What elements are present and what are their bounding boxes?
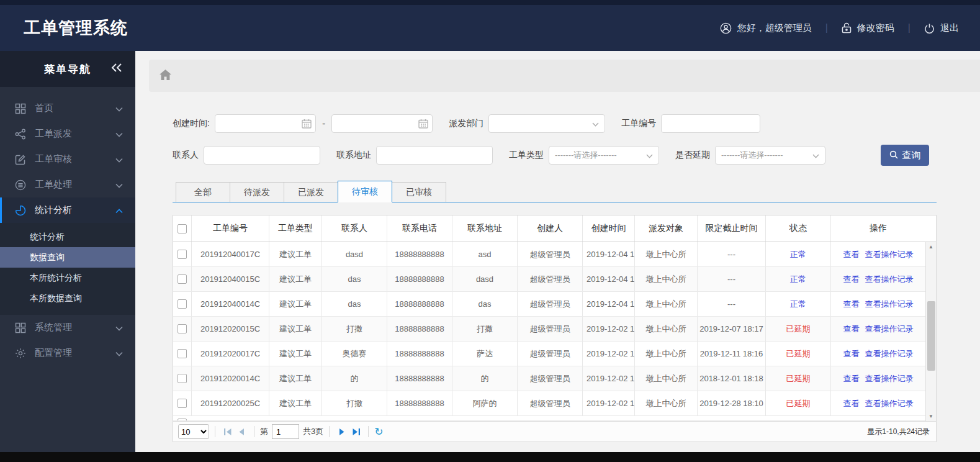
create-time-start-field (215, 114, 316, 133)
tab-to-review[interactable]: 待审核 (338, 181, 392, 202)
address-cell: asd (452, 242, 518, 266)
order-type-select[interactable]: -------请选择------- (549, 146, 659, 165)
order-type-cell: 建议工单 (269, 292, 322, 316)
contact-cell: das (322, 292, 387, 316)
tab-all[interactable]: 全部 (176, 182, 230, 202)
sidebar-item-review[interactable]: 工单审核 (0, 147, 135, 172)
prev-page-button[interactable] (235, 425, 248, 438)
next-page-button[interactable] (335, 425, 349, 438)
row-checkbox[interactable] (178, 274, 187, 284)
order-type-cell: 建议工单 (269, 342, 322, 366)
row-checkbox[interactable] (178, 349, 187, 358)
scrollbar-thumb[interactable] (927, 301, 935, 371)
view-link[interactable]: 查看 (843, 373, 860, 384)
logout-button[interactable]: 退出 (924, 22, 959, 34)
view-link[interactable]: 查看 (843, 324, 860, 335)
phone-cell: 18888888888 (387, 391, 452, 415)
row-checkbox[interactable] (178, 250, 187, 259)
chevron-down-icon (115, 179, 123, 190)
phone-cell: 18888888888 (387, 366, 452, 391)
col-order-no: 工单编号 (192, 215, 269, 242)
page-size-select[interactable]: 10 (178, 424, 209, 439)
table-scrollbar[interactable]: ▲ ▼ (925, 242, 936, 421)
tab-to-dispatch[interactable]: 待派发 (230, 182, 284, 202)
clipped-row (173, 416, 925, 421)
view-link[interactable]: 查看 (843, 398, 860, 409)
calendar-icon[interactable] (302, 119, 312, 131)
chevron-down-icon (115, 348, 123, 358)
sidebar-item-system[interactable]: 系统管理 (0, 315, 135, 340)
refresh-icon[interactable]: ↻ (374, 427, 383, 437)
delay-select[interactable]: -------请选择------- (715, 146, 825, 165)
phone-cell: 18888888888 (387, 342, 452, 366)
create-time-end-input[interactable] (331, 114, 433, 133)
chevron-down-icon (592, 119, 599, 129)
view-link[interactable]: 查看 (843, 299, 860, 310)
sidebar-item-stat-analysis[interactable]: 统计分析 (0, 227, 135, 247)
table-header: 工单编号 工单类型 联系人 联系电话 联系地址 创建人 创建时间 派发对象 限定… (173, 215, 936, 242)
contact-input[interactable] (204, 146, 320, 165)
order-type-cell: 建议工单 (269, 242, 322, 266)
sidebar-item-config[interactable]: 配置管理 (0, 340, 135, 366)
phone-cell: 18888888888 (387, 242, 452, 266)
view-log-link[interactable]: 查看操作记录 (865, 299, 914, 310)
share-icon (15, 129, 27, 140)
target-cell: 墩上中心所 (635, 242, 698, 266)
address-input[interactable] (376, 146, 493, 165)
order-type-label: 工单类型 (509, 150, 544, 161)
col-actions: 操作 (831, 215, 925, 242)
address-cell: 打撒 (452, 317, 518, 341)
scroll-down-icon[interactable]: ▼ (926, 412, 936, 421)
table-row: 201912020015C 建议工单 打撒 18888888888 打撒 超级管… (173, 317, 925, 342)
select-all-checkbox[interactable] (178, 224, 187, 233)
table-body: 201912040017C 建议工单 dasd 18888888888 asd … (173, 242, 925, 416)
view-link[interactable]: 查看 (843, 249, 860, 260)
sidebar-item-data-query[interactable]: 数据查询 (0, 247, 135, 268)
row-checkbox[interactable] (178, 324, 187, 333)
sidebar-item-local-stat-analysis[interactable]: 本所统计分析 (0, 268, 135, 288)
view-log-link[interactable]: 查看操作记录 (865, 373, 914, 384)
row-checkbox[interactable] (178, 299, 187, 309)
view-link[interactable]: 查看 (843, 348, 860, 360)
order-no-input[interactable] (661, 114, 760, 133)
search-button[interactable]: 查询 (881, 145, 929, 166)
view-log-link[interactable]: 查看操作记录 (865, 249, 914, 260)
view-log-link[interactable]: 查看操作记录 (865, 274, 914, 285)
view-log-link[interactable]: 查看操作记录 (865, 398, 914, 409)
view-link[interactable]: 查看 (843, 274, 860, 285)
view-log-link[interactable]: 查看操作记录 (865, 348, 914, 360)
row-checkbox[interactable] (178, 399, 187, 408)
table-row: 201912020025C 建议工单 打撒 18888888888 阿萨的 超级… (173, 391, 925, 416)
sidebar-item-home[interactable]: 首页 (0, 96, 135, 121)
table-row: 201912040015C 建议工单 das 18888888888 dasd … (173, 267, 925, 292)
sidebar-item-statistics[interactable]: 统计分析 (0, 197, 135, 223)
first-page-button[interactable] (221, 425, 235, 438)
page-number-input[interactable] (272, 424, 299, 439)
status-badge: 已延期 (786, 373, 811, 384)
contact-label: 联系人 (173, 150, 199, 161)
user-greeting: 您好，超级管理员 (720, 22, 812, 34)
tab-reviewed[interactable]: 已审核 (392, 182, 446, 202)
sidebar-item-local-data-query[interactable]: 本所数据查询 (0, 288, 135, 309)
view-log-link[interactable]: 查看操作记录 (865, 324, 914, 335)
row-checkbox[interactable] (178, 374, 187, 383)
home-icon[interactable] (160, 70, 171, 83)
last-page-button[interactable] (349, 425, 362, 438)
chevron-down-icon (646, 151, 653, 160)
create-time-label: 创建时间: (173, 118, 210, 129)
create-time-start-input[interactable] (215, 114, 316, 133)
tab-dispatched[interactable]: 已派发 (284, 182, 338, 202)
dispatch-dept-label: 派发部门 (449, 118, 483, 129)
sidebar-item-process[interactable]: 工单处理 (0, 172, 135, 197)
col-address: 联系地址 (452, 215, 518, 242)
dispatch-dept-select[interactable] (488, 114, 605, 133)
created-cell: 2019-12-02 17 (583, 391, 635, 415)
scroll-up-icon[interactable]: ▲ (926, 242, 936, 251)
edit-icon (15, 154, 27, 165)
sidebar-item-dispatch[interactable]: 工单派发 (0, 121, 135, 147)
change-password-button[interactable]: 修改密码 (842, 22, 894, 34)
order-no-label: 工单编号 (621, 118, 656, 129)
collapse-sidebar-icon[interactable] (110, 63, 123, 76)
col-creator: 创建人 (518, 215, 583, 242)
calendar-icon[interactable] (418, 119, 428, 131)
